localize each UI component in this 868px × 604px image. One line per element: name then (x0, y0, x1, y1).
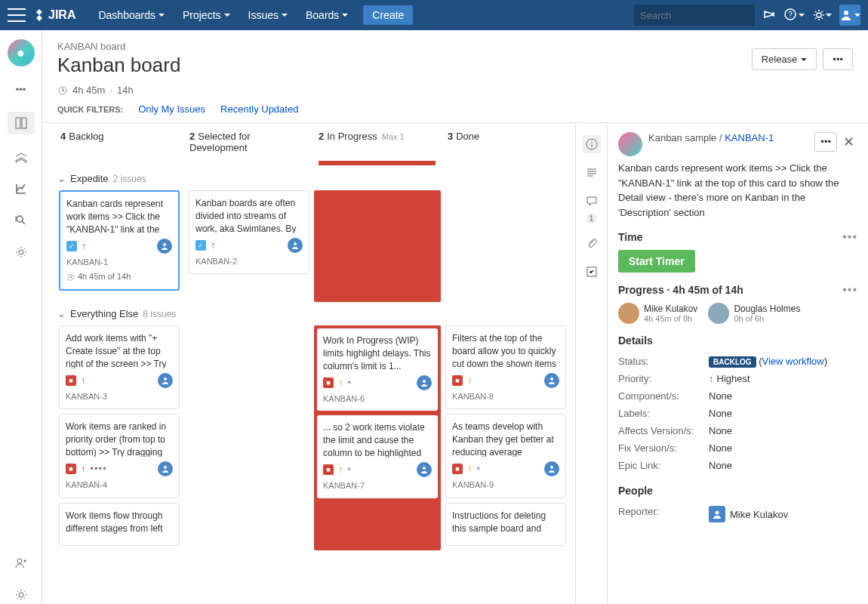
section-title: Time (618, 231, 642, 243)
feedback-icon[interactable] (762, 8, 776, 22)
detail-info-icon[interactable]: i (583, 135, 601, 153)
card-key[interactable]: KANBAN-2 (195, 256, 303, 267)
card-kanban-5[interactable]: Work items flow through different stages… (59, 503, 180, 547)
backlog-icon[interactable] (12, 148, 30, 166)
board-icon[interactable] (8, 112, 35, 134)
create-button[interactable]: Create (363, 5, 413, 25)
people-section: People Reporter:Mike Kulakov (618, 485, 857, 525)
detail-issue-key[interactable]: KANBAN-1 (725, 132, 774, 143)
nav-projects[interactable]: Projects (175, 5, 238, 25)
col-inprogress-header[interactable]: 2In ProgressMax 1 (312, 131, 442, 153)
components-value[interactable]: None (709, 390, 857, 402)
reporter-name[interactable]: Mike Kulakov (730, 509, 788, 520)
wip-column-everything[interactable]: Work In Progress (WIP) limits highlight … (314, 325, 441, 550)
assignee-avatar[interactable] (288, 238, 303, 253)
detail-attachments-icon[interactable] (583, 234, 601, 252)
fix-value[interactable]: None (709, 442, 857, 454)
card-kanban-8[interactable]: Filters at the top of the board allow yo… (445, 325, 566, 409)
quick-filters: QUICK FILTERS: Only My Issues Recently U… (57, 103, 853, 115)
search-input[interactable] (640, 10, 767, 21)
epic-value[interactable]: None (709, 460, 857, 471)
assignee-avatar[interactable] (417, 375, 432, 390)
detail-description-icon[interactable] (583, 164, 601, 182)
progress-person-1[interactable]: Mike Kulakov4h 45m of 8h (618, 303, 697, 324)
card-kanban-9[interactable]: As teams develop with Kanban they get be… (445, 414, 566, 498)
flags-icon: •••• (91, 462, 107, 476)
filter-recently-updated[interactable]: Recently Updated (220, 103, 298, 115)
affects-value[interactable]: None (709, 425, 857, 436)
progress-person-2[interactable]: Douglas Holmes0h of 6h (708, 303, 800, 324)
card-key[interactable]: KANBAN-6 (323, 393, 432, 405)
swimlane-everything[interactable]: ⌄ Everything Else 8 issues (54, 302, 571, 325)
section-menu-icon[interactable]: ••• (842, 283, 857, 297)
card-kanban-6[interactable]: Work In Progress (WIP) limits highlight … (317, 328, 438, 411)
swimlane-expedite[interactable]: ⌄ Expedite 2 issues (54, 167, 571, 190)
card-kanban-10[interactable]: Instructions for deleting this sample bo… (445, 503, 566, 547)
board-menu-button[interactable]: ••• (823, 48, 853, 70)
col-backlog-header[interactable]: 4Backlog (54, 131, 183, 153)
status-badge[interactable]: BACKLOG (709, 356, 756, 368)
card-key[interactable]: KANBAN-3 (66, 391, 173, 402)
add-people-icon[interactable] (12, 554, 30, 572)
detail-subtasks-icon[interactable] (583, 263, 601, 281)
card-kanban-3[interactable]: Add work items with "+ Create Issue" at … (59, 325, 180, 409)
card-kanban-4[interactable]: Work items are ranked in priority order … (59, 414, 180, 498)
issue-type-story-icon: ■ (323, 464, 334, 475)
filter-only-my-issues[interactable]: Only My Issues (138, 103, 205, 115)
nav-dashboards[interactable]: Dashboards (91, 5, 172, 25)
user-avatar[interactable] (839, 5, 860, 26)
help-icon[interactable]: ? (783, 8, 805, 23)
assignee-avatar[interactable] (157, 239, 172, 254)
assignee-avatar[interactable] (417, 462, 432, 477)
svg-point-8 (17, 216, 23, 222)
labels-value[interactable]: None (709, 408, 857, 419)
card-kanban-1[interactable]: Kanban cards represent work items >> Cli… (59, 190, 180, 291)
project-settings-icon[interactable] (12, 586, 30, 604)
card-summary: Work items flow through different stages… (66, 510, 173, 535)
search-box[interactable] (634, 5, 755, 26)
reports-icon[interactable] (12, 180, 30, 198)
card-key[interactable]: KANBAN-9 (452, 479, 559, 491)
assignee-avatar[interactable] (158, 461, 173, 476)
components-icon[interactable] (12, 243, 30, 261)
close-icon[interactable]: ✕ (840, 132, 857, 152)
card-key[interactable]: KANBAN-7 (323, 480, 432, 492)
project-avatar[interactable] (8, 39, 35, 66)
wip-column-expedite[interactable] (314, 190, 441, 302)
col-done-header[interactable]: 3Done (442, 131, 571, 153)
detail-more-button[interactable]: ••• (814, 132, 837, 152)
menu-icon[interactable] (8, 8, 26, 22)
card-key[interactable]: KANBAN-8 (452, 391, 559, 402)
field-affects-label: Affects Version/s: (618, 425, 709, 436)
col-selected-header[interactable]: 2Selected for Development (183, 131, 312, 153)
start-timer-button[interactable]: Start Timer (618, 250, 695, 273)
field-epic-label: Epic Link: (618, 460, 709, 471)
breadcrumb[interactable]: KANBAN board (57, 41, 853, 52)
detail-project-avatar[interactable] (618, 132, 642, 156)
section-menu-icon[interactable]: ••• (842, 230, 857, 244)
card-kanban-2[interactable]: Kanban boards are often divided into str… (189, 190, 309, 274)
detail-rail: i 1 (575, 123, 607, 604)
card-kanban-7[interactable]: ... so 2 work items violate the limit an… (317, 415, 438, 498)
assignee-avatar[interactable] (544, 461, 559, 476)
nav-menu: Dashboards Projects Issues Boards (91, 5, 356, 25)
view-workflow-link[interactable]: View workflow (762, 356, 824, 367)
nav-issues[interactable]: Issues (241, 5, 295, 25)
assignee-avatar[interactable] (544, 373, 559, 388)
assignee-avatar[interactable] (158, 373, 173, 388)
card-key[interactable]: KANBAN-4 (66, 479, 173, 491)
priority-value[interactable]: Highest (717, 373, 750, 384)
detail-project-name[interactable]: Kanban sample (648, 132, 716, 143)
settings-icon[interactable] (812, 8, 832, 22)
swimlane-name: Expedite (70, 173, 109, 184)
card-key[interactable]: KANBAN-1 (66, 257, 172, 268)
search-rail-icon[interactable] (12, 211, 30, 230)
person-name: Mike Kulakov (644, 304, 697, 314)
section-title: Details (618, 334, 653, 347)
svg-rect-7 (22, 118, 26, 128)
release-button[interactable]: Release (752, 48, 817, 70)
nav-boards[interactable]: Boards (298, 5, 356, 25)
detail-comments-icon[interactable] (583, 193, 601, 211)
more-icon[interactable]: ••• (12, 80, 30, 98)
jira-logo[interactable]: JIRA (33, 8, 75, 22)
